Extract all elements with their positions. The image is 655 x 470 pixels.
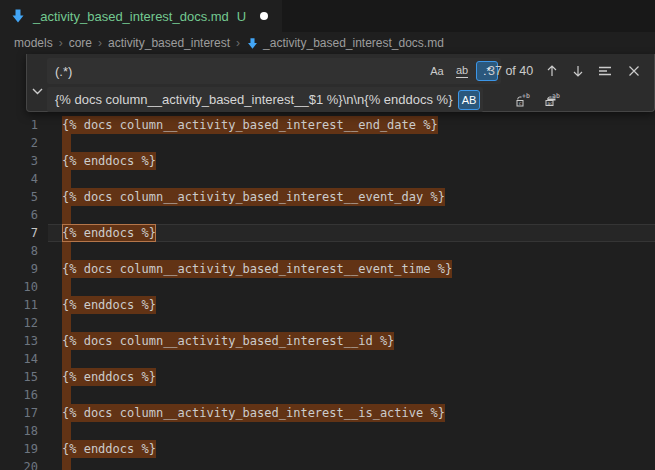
editor-line[interactable]: 1 {% docs column__activity_based_interes… — [0, 116, 655, 134]
tab-activity-based-interest-docs[interactable]: _activity_based_interest_docs.md U — [0, 0, 282, 32]
breadcrumb-item-models[interactable]: models — [14, 36, 53, 50]
replace-icon: +b c — [515, 92, 531, 108]
find-match-highlight — [62, 350, 71, 368]
replace-all-icon: ab ac — [544, 92, 561, 108]
editor-line[interactable]: 7 {% enddocs %} — [0, 224, 655, 242]
whole-word-toggle[interactable]: ab — [451, 61, 473, 81]
find-input-value: (.*) — [47, 64, 426, 79]
editor-line[interactable]: 15 {% enddocs %} — [0, 368, 655, 386]
editor-pane[interactable]: 1 {% docs column__activity_based_interes… — [0, 54, 655, 470]
line-content: {% enddocs %} — [62, 152, 156, 170]
breadcrumb-separator: › — [98, 36, 102, 50]
line-number: 16 — [0, 386, 48, 404]
breadcrumb-separator: › — [59, 36, 63, 50]
find-in-selection-button[interactable] — [594, 60, 616, 82]
line-content: {% docs column__activity_based_interest_… — [62, 188, 445, 206]
line-content — [62, 134, 71, 152]
svg-text:ac: ac — [547, 101, 553, 106]
tab-bar: _activity_based_interest_docs.md U — [0, 0, 655, 32]
replace-input-value: {% docs column__activity_based_interest_… — [47, 92, 458, 107]
editor-line[interactable]: 4 — [0, 170, 655, 188]
editor-line[interactable]: 10 — [0, 278, 655, 296]
breadcrumb-item-activity-based-interest[interactable]: activity_based_interest — [108, 36, 230, 50]
editor-line[interactable]: 9 {% docs column__activity_based_interes… — [0, 260, 655, 278]
editor-line[interactable]: 8 — [0, 242, 655, 260]
find-match-highlight: {% docs column__activity_based_interest_… — [62, 404, 445, 422]
find-match-highlight — [62, 278, 71, 296]
next-match-button[interactable] — [567, 60, 589, 82]
chevron-down-icon — [32, 88, 43, 95]
editor-line[interactable]: 12 — [0, 314, 655, 332]
find-match-highlight — [62, 206, 71, 224]
editor-line[interactable]: 16 — [0, 386, 655, 404]
find-match-highlight: {% enddocs %} — [62, 152, 156, 170]
match-case-toggle[interactable]: Aa — [426, 61, 448, 81]
find-match-highlight — [62, 170, 71, 188]
markdown-file-icon — [246, 37, 259, 50]
arrow-down-icon — [571, 64, 585, 78]
editor-line[interactable]: 18 — [0, 422, 655, 440]
line-content: {% docs column__activity_based_interest_… — [62, 332, 394, 350]
editor-line[interactable]: 14 — [0, 350, 655, 368]
line-number: 20 — [0, 458, 48, 470]
editor-line[interactable]: 6 — [0, 206, 655, 224]
unsaved-changes-dot-icon[interactable] — [260, 12, 268, 20]
line-content — [62, 458, 71, 470]
replace-input[interactable]: {% docs column__activity_based_interest_… — [47, 87, 483, 112]
editor-line[interactable]: 20 — [0, 458, 655, 470]
line-content — [62, 170, 71, 188]
find-match-highlight: {% enddocs %} — [62, 368, 156, 386]
preserve-case-toggle[interactable]: AB — [458, 90, 480, 110]
editor-line[interactable]: 13 {% docs column__activity_based_intere… — [0, 332, 655, 350]
find-replace-widget: (.*) Aa ab .* 37 of 40 {% docs column__a… — [26, 54, 655, 112]
find-match-highlight: {% enddocs %} — [62, 296, 156, 314]
current-find-match: {% enddocs %} — [62, 224, 156, 242]
line-content: {% docs column__activity_based_interest_… — [62, 404, 445, 422]
find-match-highlight: {% docs column__activity_based_interest_… — [62, 188, 445, 206]
line-content — [62, 350, 71, 368]
match-count-label: 37 of 40 — [488, 58, 533, 84]
line-content: {% docs column__activity_based_interest_… — [62, 116, 438, 134]
line-content — [62, 422, 71, 440]
editor-line[interactable]: 19 {% enddocs %} — [0, 440, 655, 458]
find-match-highlight: {% docs column__activity_based_interest_… — [62, 332, 394, 350]
line-number: 13 — [0, 332, 48, 350]
line-content: {% docs column__activity_based_interest_… — [62, 260, 452, 278]
find-match-highlight — [62, 242, 71, 260]
line-number: 3 — [0, 152, 48, 170]
find-in-selection-icon — [598, 64, 612, 78]
find-match-highlight: {% docs column__activity_based_interest_… — [62, 260, 452, 278]
line-number: 5 — [0, 188, 48, 206]
close-icon — [628, 65, 640, 77]
replace-button[interactable]: +b c — [512, 89, 534, 111]
line-content: {% enddocs %} — [62, 296, 156, 314]
editor-line[interactable]: 2 — [0, 134, 655, 152]
find-match-highlight — [62, 386, 71, 404]
editor-line[interactable]: 5 {% docs column__activity_based_interes… — [0, 188, 655, 206]
editor-line[interactable]: 11 {% enddocs %} — [0, 296, 655, 314]
line-content — [62, 314, 71, 332]
arrow-up-icon — [545, 64, 559, 78]
svg-text:+b: +b — [522, 92, 530, 100]
replace-all-button[interactable]: ab ac — [541, 89, 563, 111]
line-number: 12 — [0, 314, 48, 332]
close-find-widget-button[interactable] — [623, 60, 645, 82]
find-input[interactable]: (.*) Aa ab .* — [47, 58, 501, 84]
editor-line[interactable]: 17 {% docs column__activity_based_intere… — [0, 404, 655, 422]
breadcrumb-item-file[interactable]: _activity_based_interest_docs.md — [263, 36, 444, 50]
editor-line[interactable]: 3 {% enddocs %} — [0, 152, 655, 170]
line-content — [62, 278, 71, 296]
editor-lines: 1 {% docs column__activity_based_interes… — [0, 116, 655, 470]
line-number: 10 — [0, 278, 48, 296]
line-content: {% enddocs %} — [62, 224, 156, 242]
toggle-replace-button[interactable] — [27, 54, 47, 111]
line-number: 18 — [0, 422, 48, 440]
previous-match-button[interactable] — [541, 60, 563, 82]
line-number: 9 — [0, 260, 48, 278]
find-match-highlight — [62, 422, 71, 440]
line-content: {% enddocs %} — [62, 368, 156, 386]
find-match-highlight: {% docs column__activity_based_interest_… — [62, 116, 438, 134]
breadcrumb-item-core[interactable]: core — [69, 36, 92, 50]
line-number: 4 — [0, 170, 48, 188]
line-number: 1 — [0, 116, 48, 134]
